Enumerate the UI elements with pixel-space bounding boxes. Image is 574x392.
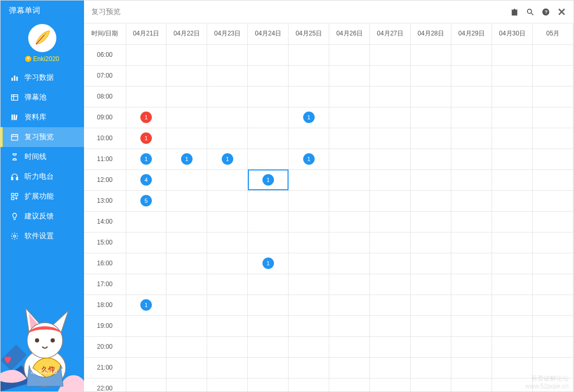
schedule-cell[interactable] xyxy=(329,169,370,190)
schedule-cell[interactable] xyxy=(492,190,533,211)
schedule-cell[interactable] xyxy=(289,378,329,391)
schedule-cell[interactable]: 1 xyxy=(126,107,166,128)
schedule-cell[interactable] xyxy=(248,274,289,295)
theme-icon[interactable] xyxy=(510,8,519,16)
schedule-cell[interactable] xyxy=(411,295,451,315)
count-pill[interactable]: 1 xyxy=(303,153,315,165)
schedule-cell[interactable] xyxy=(533,86,573,107)
schedule-cell[interactable] xyxy=(248,211,289,232)
schedule-cell[interactable] xyxy=(248,44,289,65)
schedule-cell[interactable] xyxy=(289,44,329,65)
count-pill[interactable]: 1 xyxy=(303,112,315,123)
schedule-cell[interactable] xyxy=(451,149,492,169)
schedule-cell[interactable] xyxy=(289,357,329,378)
schedule-cell[interactable] xyxy=(248,65,289,86)
schedule-cell[interactable] xyxy=(533,232,573,253)
schedule-cell[interactable] xyxy=(370,65,411,86)
schedule-cell[interactable] xyxy=(166,274,207,295)
schedule-cell[interactable] xyxy=(329,86,370,107)
close-icon[interactable]: ✕ xyxy=(557,6,566,18)
schedule-cell[interactable] xyxy=(451,357,492,378)
schedule-cell[interactable] xyxy=(492,107,533,128)
schedule-cell[interactable] xyxy=(166,86,207,107)
schedule-cell[interactable] xyxy=(492,169,533,190)
schedule-cell[interactable] xyxy=(207,232,248,253)
schedule-cell[interactable] xyxy=(492,232,533,253)
schedule-cell[interactable] xyxy=(533,211,573,232)
schedule-cell[interactable] xyxy=(248,232,289,253)
schedule-cell[interactable] xyxy=(411,149,451,169)
schedule-cell[interactable] xyxy=(207,315,248,336)
schedule-cell[interactable]: 1 xyxy=(126,295,166,315)
schedule-cell[interactable] xyxy=(289,65,329,86)
schedule-cell[interactable] xyxy=(370,274,411,295)
schedule-cell[interactable] xyxy=(492,128,533,149)
schedule-cell[interactable] xyxy=(451,128,492,149)
schedule-cell[interactable] xyxy=(248,128,289,149)
schedule-cell[interactable] xyxy=(492,274,533,295)
schedule-cell[interactable] xyxy=(166,315,207,336)
schedule-cell[interactable]: 4 xyxy=(126,169,166,190)
schedule-cell[interactable] xyxy=(207,169,248,190)
count-pill[interactable]: 1 xyxy=(140,112,152,123)
schedule-cell[interactable] xyxy=(451,295,492,315)
schedule-cell[interactable] xyxy=(166,169,207,190)
schedule-cell[interactable] xyxy=(126,253,166,274)
schedule-cell[interactable] xyxy=(166,378,207,391)
schedule-cell[interactable] xyxy=(492,211,533,232)
schedule-cell[interactable] xyxy=(411,253,451,274)
schedule-cell[interactable] xyxy=(370,378,411,391)
schedule-cell[interactable] xyxy=(207,128,248,149)
schedule-cell[interactable] xyxy=(289,86,329,107)
schedule-cell[interactable] xyxy=(533,65,573,86)
schedule-cell[interactable] xyxy=(126,232,166,253)
schedule-cell[interactable] xyxy=(329,232,370,253)
schedule-cell[interactable] xyxy=(126,65,166,86)
schedule-cell[interactable] xyxy=(126,274,166,295)
schedule-cell[interactable] xyxy=(451,378,492,391)
schedule-cell[interactable] xyxy=(411,65,451,86)
schedule-cell[interactable] xyxy=(370,86,411,107)
schedule-cell[interactable] xyxy=(289,169,329,190)
schedule-cell[interactable] xyxy=(533,169,573,190)
schedule-cell[interactable]: 1 xyxy=(126,149,166,169)
schedule-cell[interactable] xyxy=(533,295,573,315)
schedule-cell[interactable] xyxy=(207,253,248,274)
schedule-cell[interactable] xyxy=(411,190,451,211)
schedule-cell[interactable] xyxy=(411,274,451,295)
schedule-cell[interactable]: 1 xyxy=(289,107,329,128)
schedule-cell[interactable] xyxy=(451,232,492,253)
schedule-cell[interactable] xyxy=(329,128,370,149)
sidebar-item-library[interactable]: 资料库 xyxy=(1,107,84,127)
schedule-cell[interactable] xyxy=(329,211,370,232)
schedule-cell[interactable] xyxy=(126,336,166,357)
schedule-cell[interactable] xyxy=(411,357,451,378)
schedule-cell[interactable] xyxy=(248,149,289,169)
schedule-cell[interactable] xyxy=(248,190,289,211)
schedule-cell[interactable] xyxy=(166,295,207,315)
schedule-cell[interactable] xyxy=(370,107,411,128)
schedule-cell[interactable] xyxy=(411,378,451,391)
schedule-cell[interactable] xyxy=(492,253,533,274)
schedule-cell[interactable] xyxy=(411,128,451,149)
sidebar-item-study-data[interactable]: 学习数据 xyxy=(1,68,84,88)
schedule-cell[interactable] xyxy=(289,232,329,253)
schedule-cell[interactable] xyxy=(533,253,573,274)
sidebar-item-feedback[interactable]: 建议反馈 xyxy=(1,206,84,226)
schedule-cell[interactable] xyxy=(451,44,492,65)
schedule-cell[interactable] xyxy=(370,128,411,149)
schedule-cell[interactable] xyxy=(533,190,573,211)
schedule-cell[interactable] xyxy=(411,107,451,128)
schedule-cell[interactable] xyxy=(370,169,411,190)
schedule-cell[interactable] xyxy=(370,295,411,315)
schedule-cell[interactable] xyxy=(411,211,451,232)
schedule-cell[interactable] xyxy=(411,336,451,357)
sidebar-item-danmu-pool[interactable]: 弹幕池 xyxy=(1,88,84,107)
schedule-cell[interactable] xyxy=(126,86,166,107)
sidebar-item-extensions[interactable]: 扩展功能 xyxy=(1,187,84,206)
search-icon[interactable] xyxy=(526,8,534,16)
schedule-cell[interactable] xyxy=(533,336,573,357)
schedule-cell[interactable] xyxy=(289,336,329,357)
schedule-cell[interactable] xyxy=(207,44,248,65)
schedule-cell[interactable] xyxy=(207,86,248,107)
